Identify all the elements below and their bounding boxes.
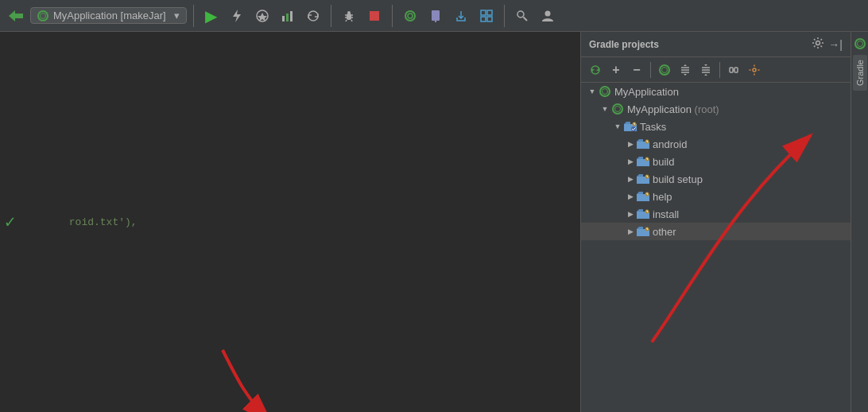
svg-point-25 bbox=[544, 10, 550, 16]
tree-label-android: android bbox=[653, 138, 687, 150]
gradle-collapse-btn[interactable] bbox=[696, 60, 715, 80]
tree-arrow-install bbox=[626, 209, 635, 219]
debug-button[interactable] bbox=[226, 5, 248, 27]
tree-arrow-other bbox=[626, 227, 635, 236]
right-tab-area: Gradle bbox=[851, 32, 868, 412]
svg-rect-14 bbox=[370, 11, 379, 21]
toolbar-divider-2 bbox=[331, 5, 331, 27]
svg-rect-39 bbox=[730, 68, 733, 72]
gradle-link-btn[interactable] bbox=[724, 60, 743, 80]
tree-icon-android bbox=[637, 138, 649, 150]
tree-label-other: other bbox=[653, 226, 676, 238]
gradle-refresh-btn[interactable] bbox=[586, 60, 605, 80]
gradle-cycle-btn[interactable] bbox=[655, 60, 674, 80]
svg-line-13 bbox=[351, 20, 352, 21]
tree-icon-myapp-root bbox=[611, 103, 624, 115]
dropdown-arrow: ▾ bbox=[174, 10, 180, 21]
download-button[interactable] bbox=[450, 5, 472, 27]
tree-item-android[interactable]: android bbox=[581, 135, 851, 153]
gradle-panel-title: Gradle projects bbox=[589, 39, 659, 50]
tree-item-build[interactable]: build bbox=[581, 153, 851, 170]
gradle-expand-btn[interactable] bbox=[676, 60, 695, 80]
gradle-header-icons: →| bbox=[811, 36, 843, 52]
gradle-panel: Gradle projects →| bbox=[580, 32, 851, 412]
tree-container[interactable]: MyApplication MyApplication (root) bbox=[581, 83, 851, 412]
tree-label-build: build bbox=[653, 156, 674, 168]
gradle-tab-icon bbox=[854, 38, 866, 52]
gradle-toolbar-divider-2 bbox=[719, 62, 720, 78]
toolbar-divider-1 bbox=[193, 5, 194, 27]
main-area: ✓ roid.txt'), Gradle projects →| bbox=[0, 32, 868, 412]
toolbar-divider-3 bbox=[392, 5, 393, 27]
bug-button[interactable] bbox=[338, 5, 360, 27]
gradle-config-btn[interactable] bbox=[745, 60, 764, 80]
gradle-toolbar-divider-1 bbox=[650, 62, 651, 78]
gradle-tab-label[interactable]: Gradle bbox=[853, 55, 867, 91]
gradle-settings-icon[interactable] bbox=[811, 36, 825, 52]
svg-point-26 bbox=[816, 41, 820, 45]
tree-label-tasks: Tasks bbox=[640, 121, 666, 133]
tree-item-build-setup[interactable]: build setup bbox=[581, 170, 851, 188]
svg-point-43 bbox=[631, 126, 636, 131]
tree-icon-build bbox=[637, 155, 649, 168]
pin-button[interactable] bbox=[424, 5, 447, 27]
tree-label-myapp: MyApplication bbox=[614, 86, 679, 98]
tree-arrow-myapp-root bbox=[600, 104, 610, 114]
run-button[interactable]: ▶ bbox=[200, 5, 223, 27]
svg-point-7 bbox=[347, 11, 351, 14]
svg-marker-28 bbox=[591, 69, 595, 72]
top-toolbar: MyApplication [makeJar] ▾ ▶ bbox=[0, 0, 868, 32]
gradle-ring-button[interactable] bbox=[399, 5, 421, 27]
project-selector[interactable]: MyApplication [makeJar] ▾ bbox=[30, 7, 187, 24]
svg-line-12 bbox=[346, 20, 347, 21]
tree-arrow-tasks bbox=[613, 122, 622, 131]
gradle-toolbar: + − bbox=[581, 57, 851, 83]
project-name: MyApplication [makeJar] bbox=[53, 10, 166, 21]
tree-icon-build-setup bbox=[637, 173, 649, 185]
stop-button[interactable] bbox=[363, 5, 386, 27]
tree-item-tasks[interactable]: Tasks bbox=[581, 118, 851, 135]
grid-button[interactable] bbox=[475, 5, 498, 27]
svg-point-23 bbox=[517, 11, 524, 17]
tree-icon-myapp bbox=[599, 85, 611, 98]
svg-marker-38 bbox=[704, 74, 707, 76]
coverage-button[interactable] bbox=[251, 5, 273, 27]
svg-marker-32 bbox=[684, 64, 687, 66]
profile-button[interactable] bbox=[277, 5, 299, 27]
svg-point-42 bbox=[753, 68, 756, 72]
tree-arrow-build bbox=[626, 157, 635, 166]
tree-icon-install bbox=[637, 208, 649, 220]
svg-rect-21 bbox=[481, 17, 486, 21]
tree-item-help[interactable]: help bbox=[581, 188, 851, 205]
svg-rect-22 bbox=[487, 17, 492, 21]
svg-point-15 bbox=[405, 11, 415, 21]
tree-label-help: help bbox=[653, 191, 672, 203]
tree-item-other[interactable]: other bbox=[581, 223, 851, 240]
gradle-add-btn[interactable]: + bbox=[606, 60, 626, 80]
tree-item-myapp-root[interactable]: MyApplication (root) bbox=[581, 100, 851, 118]
svg-marker-1 bbox=[233, 10, 241, 22]
tree-icon-tasks bbox=[624, 120, 637, 133]
svg-rect-19 bbox=[481, 10, 486, 15]
tree-arrow-build-setup bbox=[626, 174, 635, 184]
svg-marker-0 bbox=[9, 10, 23, 21]
code-text: roid.txt'), bbox=[69, 216, 138, 228]
gradle-panel-header: Gradle projects →| bbox=[581, 32, 851, 57]
svg-rect-4 bbox=[286, 14, 289, 21]
tree-arrow-android bbox=[626, 139, 635, 149]
gradle-pin-icon[interactable]: →| bbox=[828, 38, 843, 51]
back-button[interactable] bbox=[5, 5, 27, 27]
svg-rect-5 bbox=[290, 11, 293, 21]
svg-point-16 bbox=[408, 14, 413, 18]
loop-button[interactable] bbox=[302, 5, 324, 27]
tree-item-install[interactable]: install bbox=[581, 205, 851, 223]
tree-arrow-myapp bbox=[587, 87, 597, 96]
svg-rect-20 bbox=[487, 10, 492, 15]
code-line: roid.txt'), bbox=[8, 199, 572, 247]
user-button[interactable] bbox=[537, 5, 559, 27]
gradle-remove-btn[interactable]: − bbox=[627, 60, 646, 80]
toolbar-divider-4 bbox=[504, 5, 505, 27]
search-button[interactable] bbox=[511, 5, 533, 27]
tree-label-install: install bbox=[653, 208, 679, 220]
tree-item-myapp[interactable]: MyApplication bbox=[581, 83, 851, 100]
